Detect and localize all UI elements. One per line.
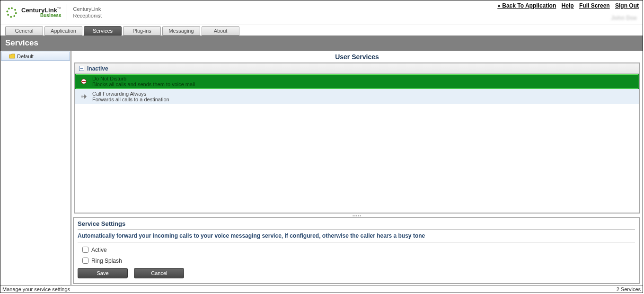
forward-arrow-icon xyxy=(80,93,88,100)
service-settings-panel: Service Settings Automatically forward y… xyxy=(73,217,640,284)
active-label: Active xyxy=(91,247,107,253)
svg-point-6 xyxy=(6,10,8,12)
folder-icon xyxy=(9,53,15,59)
tab-plugins[interactable]: Plug-ins xyxy=(123,26,161,36)
active-row: Active xyxy=(80,245,635,254)
settings-title: Service Settings xyxy=(78,220,635,227)
svg-point-2 xyxy=(15,12,17,14)
active-checkbox[interactable] xyxy=(82,247,88,253)
main-body: Default User Services Inactive xyxy=(0,51,643,285)
vertical-divider xyxy=(67,4,67,20)
user-services-title: User Services xyxy=(71,51,643,62)
sidebar-item-label: Default xyxy=(17,53,34,59)
content-area: User Services Inactive xyxy=(71,51,643,285)
divider xyxy=(78,242,635,242)
collapse-icon[interactable] xyxy=(79,66,84,71)
status-right: 2 Services xyxy=(617,286,641,292)
brand-text: CenturyLink™ Business xyxy=(21,7,61,18)
service-call-forwarding-always[interactable]: Call Forwarding Always Forwards all call… xyxy=(75,89,639,104)
svg-point-4 xyxy=(10,16,12,18)
svg-point-3 xyxy=(13,15,15,17)
service-text: Do Not Disturb Blocks all calls and send… xyxy=(92,76,195,87)
svg-point-7 xyxy=(8,8,10,9)
status-bar: Manage your service settings 2 Services xyxy=(0,285,643,293)
settings-description: Automatically forward your incoming call… xyxy=(78,232,635,239)
tab-messaging[interactable]: Messaging xyxy=(162,26,200,36)
app-header: CenturyLink™ Business CenturyLink Recept… xyxy=(0,0,643,25)
sidebar-item-default[interactable]: Default xyxy=(1,52,70,61)
service-do-not-disturb[interactable]: Do Not Disturb Blocks all calls and send… xyxy=(75,74,639,89)
tab-application[interactable]: Application xyxy=(44,26,82,36)
button-row: Save Cancel xyxy=(78,268,635,278)
panel-fill xyxy=(75,104,639,213)
cancel-button[interactable]: Cancel xyxy=(134,268,184,278)
username-display: John Doe xyxy=(611,15,637,21)
no-entry-icon xyxy=(80,78,88,85)
svg-point-0 xyxy=(11,7,13,9)
sidebar: Default xyxy=(0,51,71,285)
ring-splash-checkbox[interactable] xyxy=(82,258,88,264)
tab-services[interactable]: Services xyxy=(84,26,122,36)
signout-link[interactable]: Sign Out xyxy=(615,2,639,9)
help-link[interactable]: Help xyxy=(562,2,574,9)
fullscreen-link[interactable]: Full Screen xyxy=(579,2,610,9)
save-button[interactable]: Save xyxy=(78,268,128,278)
svg-point-5 xyxy=(7,14,9,16)
header-links: « Back To Application Help Full Screen S… xyxy=(494,2,639,9)
back-to-app-link[interactable]: « Back To Application xyxy=(497,2,556,9)
divider xyxy=(78,229,635,230)
group-inactive-header[interactable]: Inactive xyxy=(75,63,639,74)
brand-block: CenturyLink™ Business CenturyLink Recept… xyxy=(5,4,102,20)
centurylink-logo-icon xyxy=(5,6,18,19)
tab-general[interactable]: General xyxy=(5,26,43,36)
splitter-grip[interactable]: ••••• xyxy=(71,214,643,217)
tab-bar: General Application Services Plug-ins Me… xyxy=(0,25,643,36)
status-left: Manage your service settings xyxy=(2,286,70,292)
app-name: CenturyLink Receptionist xyxy=(73,6,102,19)
ring-splash-label: Ring Splash xyxy=(91,258,122,264)
group-label: Inactive xyxy=(87,65,108,72)
ring-splash-row: Ring Splash xyxy=(80,256,635,265)
svg-point-1 xyxy=(14,9,16,11)
svg-rect-11 xyxy=(82,81,86,82)
user-services-panel: Inactive Do Not Disturb Blocks all calls… xyxy=(74,62,640,214)
section-title-bar: Services xyxy=(0,36,643,51)
service-text: Call Forwarding Always Forwards all call… xyxy=(92,91,169,102)
section-title: Services xyxy=(5,38,38,48)
tab-about[interactable]: About xyxy=(202,26,239,36)
